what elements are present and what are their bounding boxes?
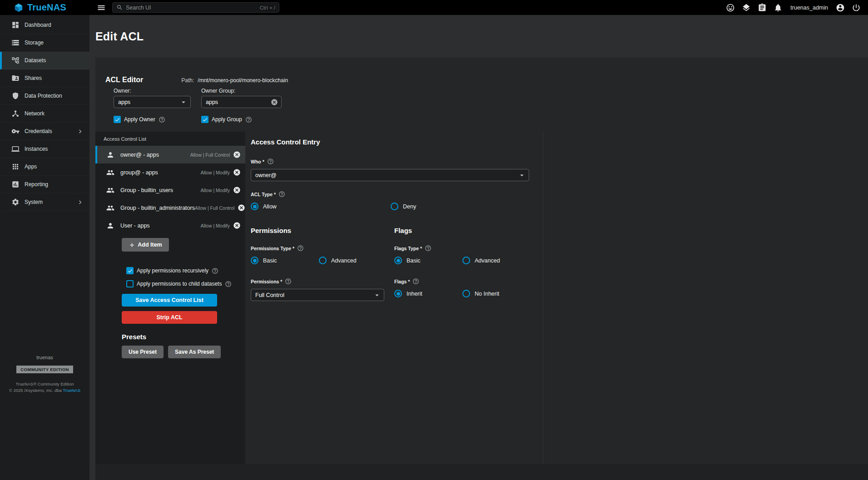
radio-deny[interactable]: Deny (391, 203, 416, 210)
owner-group-input[interactable] (206, 99, 271, 105)
remove-entry-icon[interactable] (233, 222, 241, 229)
add-item-button[interactable]: Add Item (122, 238, 169, 252)
sidebar-item-system[interactable]: System (0, 193, 89, 211)
clear-icon[interactable] (271, 99, 278, 106)
layers-icon[interactable] (742, 3, 751, 12)
truenas-brand[interactable]: TrueNAS (0, 2, 89, 13)
acl-list-heading: Access Control List (95, 136, 245, 146)
acl-entry-row[interactable]: Group - builtin_administrators Allow | F… (95, 199, 245, 217)
sidebar-item-reporting[interactable]: Reporting (0, 176, 89, 193)
acl-entry-row[interactable]: owner@ - apps Allow | Full Control (95, 146, 245, 163)
acl-entry-row[interactable]: group@ - apps Allow | Modify (95, 163, 245, 181)
sidebar-item-label: Shares (25, 75, 42, 81)
chevron-right-icon (76, 198, 84, 206)
help-icon[interactable] (278, 191, 285, 198)
help-icon[interactable] (412, 278, 419, 285)
account-circle-icon[interactable] (836, 3, 845, 12)
checkbox-checked-icon[interactable] (126, 267, 134, 274)
sidebar-item-instances[interactable]: Instances (0, 140, 89, 158)
radio-selected-icon (394, 257, 402, 264)
access-control-entry-panel: Access Control Entry Who * owner@ ACL Ty… (245, 132, 543, 464)
sidebar-item-storage[interactable]: Storage (0, 34, 89, 52)
checkbox-checked-icon[interactable] (114, 116, 121, 123)
sidebar-footer: truenas COMMUNITY EDITION TrueNAS® Commu… (0, 355, 89, 393)
remove-entry-icon[interactable] (233, 168, 241, 176)
remove-entry-icon[interactable] (233, 151, 241, 158)
sidebar-item-label: Datasets (25, 57, 46, 64)
user-icon (106, 151, 114, 159)
acl-editor-header: ACL Editor Path: /mnt/monero-pool/monero… (95, 58, 868, 132)
sidebar-item-shares[interactable]: Shares (0, 69, 89, 87)
apply-owner-checkbox[interactable]: Apply Owner (114, 116, 201, 123)
radio-flags-advanced[interactable]: Advanced (462, 257, 500, 264)
flags-heading: Flags (394, 227, 500, 234)
radio-unselected-icon (462, 290, 470, 297)
radio-permissions-advanced[interactable]: Advanced (319, 257, 357, 264)
radio-unselected-icon (391, 203, 398, 210)
permissions-type-radio-group: Basic Advanced (251, 257, 394, 264)
help-icon[interactable] (225, 281, 232, 287)
sidebar-item-dashboard[interactable]: Dashboard (0, 16, 89, 34)
storage-icon (11, 39, 20, 47)
help-icon[interactable] (425, 245, 432, 252)
power-icon[interactable] (852, 3, 861, 12)
permissions-heading: Permissions (251, 227, 394, 234)
copyright-brand-link[interactable]: TrueNAS (63, 388, 80, 393)
permissions-select[interactable]: Full Control (251, 289, 384, 301)
checkbox-checked-icon[interactable] (201, 116, 208, 123)
radio-label: Advanced (331, 257, 357, 264)
help-icon[interactable] (267, 158, 274, 165)
sidebar-item-label: Credentials (25, 128, 52, 134)
remove-entry-icon[interactable] (238, 204, 245, 212)
menu-icon[interactable] (97, 3, 106, 12)
radio-permissions-basic[interactable]: Basic (251, 257, 319, 264)
sidebar-item-datasets[interactable]: Datasets (0, 52, 89, 69)
apply-recursively-checkbox[interactable]: Apply permissions recursively (126, 267, 245, 274)
search-bar[interactable]: Ctrl + / (112, 2, 279, 13)
apply-group-checkbox[interactable]: Apply Group (201, 116, 289, 123)
acl-entry-row[interactable]: User - apps Allow | Modify (95, 217, 245, 234)
help-icon[interactable] (285, 278, 292, 285)
feedback-smiley-icon[interactable] (726, 3, 735, 12)
radio-no-inherit[interactable]: No Inherit (462, 290, 499, 297)
field-label-text: ACL Type * (251, 192, 276, 197)
remove-entry-icon[interactable] (233, 186, 241, 194)
acl-entry-row[interactable]: Group - builtin_users Allow | Modify (95, 181, 245, 199)
apply-group-label: Apply Group (212, 116, 242, 123)
clipboard-icon[interactable] (758, 3, 767, 12)
search-input[interactable] (126, 5, 257, 11)
radio-label: Advanced (475, 257, 500, 264)
notifications-bell-icon[interactable] (774, 3, 783, 12)
presets-heading: Presets (122, 333, 245, 341)
radio-flags-basic[interactable]: Basic (394, 257, 462, 264)
acl-entry-name: Group - builtin_users (120, 187, 200, 193)
acl-entry-detail: Allow | Full Control (190, 152, 230, 158)
who-select-value: owner@ (255, 172, 518, 178)
owner-select-value: apps (118, 99, 179, 105)
field-label-text: Permissions Type * (251, 246, 294, 251)
acl-entry-name: owner@ - apps (120, 152, 190, 158)
owner-group-field[interactable] (201, 96, 282, 108)
sidebar-item-data-protection[interactable]: Data Protection (0, 87, 89, 105)
help-icon[interactable] (245, 116, 252, 123)
sidebar-item-apps[interactable]: Apps (0, 158, 89, 176)
help-icon[interactable] (212, 267, 218, 274)
owner-group-label: Owner Group: (201, 88, 289, 94)
help-icon[interactable] (159, 116, 165, 123)
checkbox-unchecked-icon[interactable] (126, 280, 134, 287)
sidebar-item-label: Dashboard (25, 22, 51, 28)
owner-select[interactable]: apps (114, 96, 191, 108)
save-access-control-list-button[interactable]: Save Access Control List (122, 294, 217, 307)
who-select[interactable]: owner@ (251, 169, 529, 181)
product-line: TrueNAS® Community Edition (0, 381, 89, 386)
radio-allow[interactable]: Allow (251, 203, 391, 210)
apply-to-child-datasets-checkbox[interactable]: Apply permissions to child datasets (126, 280, 245, 287)
help-icon[interactable] (297, 245, 304, 252)
sidebar-item-credentials[interactable]: Credentials (0, 123, 89, 140)
strip-acl-button[interactable]: Strip ACL (122, 311, 217, 324)
use-preset-button[interactable]: Use Preset (122, 346, 164, 358)
network-hub-icon (11, 109, 20, 118)
sidebar-item-network[interactable]: Network (0, 105, 89, 123)
radio-inherit[interactable]: Inherit (394, 290, 462, 297)
save-as-preset-button[interactable]: Save As Preset (168, 346, 221, 358)
